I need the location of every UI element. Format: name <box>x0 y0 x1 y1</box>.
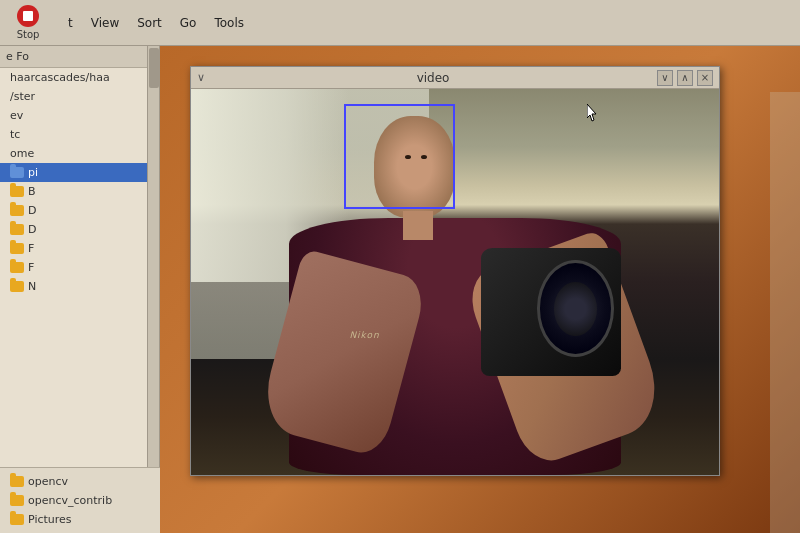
titlebar-controls: ∨ ∧ × <box>657 70 713 86</box>
list-item[interactable]: tc <box>0 125 159 144</box>
fm-item-pi[interactable]: pi <box>0 163 159 182</box>
close-button[interactable]: × <box>697 70 713 86</box>
main-area: ∨ video ∨ ∧ × <box>160 46 800 533</box>
taskbar: Stop t View Sort Go Tools <box>0 0 800 46</box>
list-item[interactable]: ev <box>0 106 159 125</box>
fm-item-opencv[interactable]: opencv <box>0 472 160 491</box>
list-item[interactable]: D <box>0 201 159 220</box>
folder-icon <box>10 205 24 216</box>
video-titlebar: ∨ video ∨ ∧ × <box>191 67 719 89</box>
fm-item-pictures[interactable]: Pictures <box>0 510 160 529</box>
menu-item-view[interactable]: View <box>83 12 127 34</box>
folder-icon <box>10 262 24 273</box>
video-window: ∨ video ∨ ∧ × <box>190 66 720 476</box>
camera-lens <box>537 260 614 356</box>
fm-item-opencv-contrib[interactable]: opencv_contrib <box>0 491 160 510</box>
bottom-folders: opencv opencv_contrib Pictures <box>0 467 160 533</box>
folder-icon <box>10 167 24 178</box>
camera-lens-inner <box>554 282 597 336</box>
svg-marker-0 <box>587 104 596 121</box>
video-window-title: video <box>209 71 657 85</box>
folder-icon <box>10 281 24 292</box>
folder-icon <box>10 495 24 506</box>
face-detection-rect <box>344 104 455 208</box>
list-item[interactable]: /ster <box>0 87 159 106</box>
camera <box>481 248 621 376</box>
list-item[interactable]: ome <box>0 144 159 163</box>
menu-item-sort[interactable]: Sort <box>129 12 170 34</box>
folder-icon <box>10 476 24 487</box>
fm-header: e Fo <box>0 46 159 68</box>
mouse-cursor <box>587 104 599 122</box>
fm-path-item[interactable]: haarcascades/haa <box>0 68 159 87</box>
camera-brand-text: Nikon <box>349 330 379 340</box>
file-manager: e Fo haarcascades/haa /ster ev tc ome pi <box>0 46 160 533</box>
minimize-button[interactable]: ∨ <box>657 70 673 86</box>
list-item[interactable]: D <box>0 220 159 239</box>
person <box>270 108 640 475</box>
list-item[interactable]: F <box>0 239 159 258</box>
menu-bar: t View Sort Go Tools <box>60 12 252 34</box>
stop-icon <box>17 5 39 27</box>
list-item[interactable]: F <box>0 258 159 277</box>
stop-label: Stop <box>17 29 40 40</box>
stop-icon-inner <box>23 11 33 21</box>
desktop: Stop t View Sort Go Tools e Fo haarcasca… <box>0 0 800 533</box>
scrollbar-thumb[interactable] <box>149 48 159 88</box>
list-item[interactable]: N <box>0 277 159 296</box>
list-item[interactable]: B <box>0 182 159 201</box>
chevron-icon: ∨ <box>197 71 205 84</box>
maximize-button[interactable]: ∧ <box>677 70 693 86</box>
person-neck <box>403 211 433 240</box>
menu-item-tools[interactable]: Tools <box>206 12 252 34</box>
video-frame: Nikon <box>191 89 719 475</box>
scrollbar-vertical[interactable] <box>147 46 159 533</box>
folder-icon <box>10 186 24 197</box>
file-manager-sidebar: e Fo haarcascades/haa /ster ev tc ome pi <box>0 46 159 533</box>
menu-item-t[interactable]: t <box>60 12 81 34</box>
folder-icon <box>10 514 24 525</box>
folder-icon <box>10 243 24 254</box>
right-panel <box>770 92 800 533</box>
stop-button[interactable]: Stop <box>8 3 48 43</box>
menu-item-go[interactable]: Go <box>172 12 205 34</box>
folder-icon <box>10 224 24 235</box>
video-content: Nikon <box>191 89 719 475</box>
